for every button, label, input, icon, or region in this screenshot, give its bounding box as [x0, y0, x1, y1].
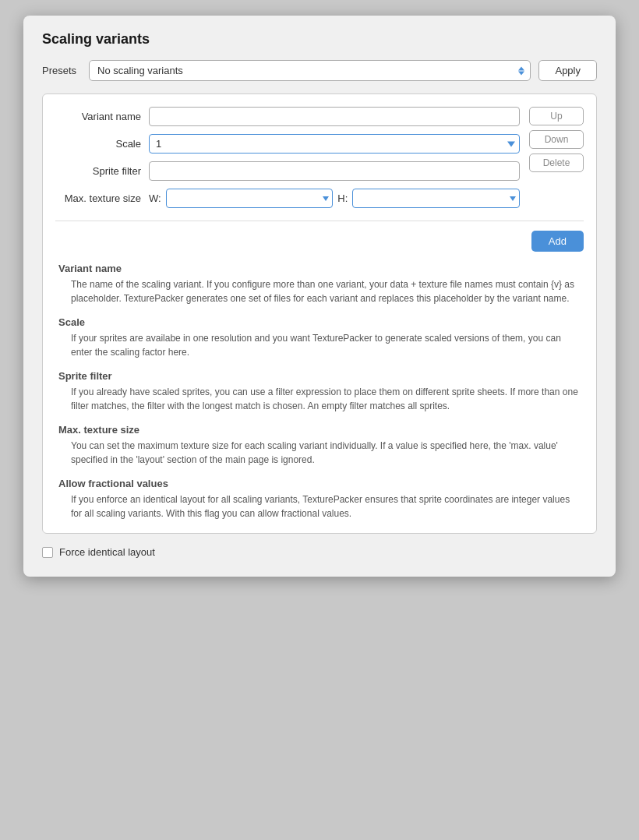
variant-name-input[interactable] — [149, 107, 520, 126]
presets-label: Presets — [42, 65, 81, 76]
presets-select[interactable]: No scaling variants — [89, 60, 531, 81]
apply-button[interactable]: Apply — [538, 60, 597, 81]
allow-fractional-desc: If you enforce an identical layout for a… — [58, 492, 581, 521]
sprite-filter-desc: If you already have scaled sprites, you … — [58, 385, 581, 413]
sprite-filter-term: Sprite filter — [58, 370, 581, 382]
add-row: Add — [55, 231, 584, 252]
help-section: Variant name The name of the scaling var… — [55, 263, 584, 521]
max-texture-label: Max. texture size — [55, 192, 141, 204]
variant-name-label: Variant name — [55, 111, 141, 122]
variant-name-desc: The name of the scaling variant. If you … — [58, 277, 581, 305]
sprite-filter-input[interactable] — [149, 161, 520, 181]
scale-desc: If your sprites are availabe in one reso… — [58, 331, 581, 359]
allow-fractional-term: Allow fractional values — [58, 478, 581, 489]
scaling-variants-dialog: Scaling variants Presets No scaling vari… — [23, 16, 616, 577]
down-button[interactable]: Down — [529, 130, 584, 149]
footer-row: Force identical layout — [42, 546, 597, 558]
side-buttons: Up Down Delete — [529, 107, 584, 172]
sprite-filter-label: Sprite filter — [55, 165, 141, 177]
delete-button[interactable]: Delete — [529, 154, 584, 172]
dialog-title: Scaling variants — [42, 31, 597, 48]
up-button[interactable]: Up — [529, 107, 584, 125]
h-label: H: — [337, 192, 348, 204]
presets-row: Presets No scaling variants Apply — [42, 60, 597, 81]
force-identical-checkbox[interactable] — [42, 547, 53, 558]
inner-panel: Variant name Scale 1 — [42, 94, 597, 534]
add-button[interactable]: Add — [531, 231, 584, 252]
max-texture-term: Max. texture size — [58, 424, 581, 436]
scale-label: Scale — [55, 138, 141, 150]
max-texture-w-select[interactable] — [166, 189, 334, 208]
w-label: W: — [149, 192, 161, 204]
max-texture-desc: You can set the maximum texture size for… — [58, 439, 581, 467]
scale-term: Scale — [58, 316, 581, 328]
force-identical-label: Force identical layout — [59, 546, 155, 558]
scale-select[interactable]: 1 — [149, 134, 520, 154]
variant-name-term: Variant name — [58, 263, 581, 274]
max-texture-h-select[interactable] — [352, 189, 520, 208]
presets-select-wrapper: No scaling variants — [89, 60, 531, 81]
separator — [55, 221, 584, 221]
